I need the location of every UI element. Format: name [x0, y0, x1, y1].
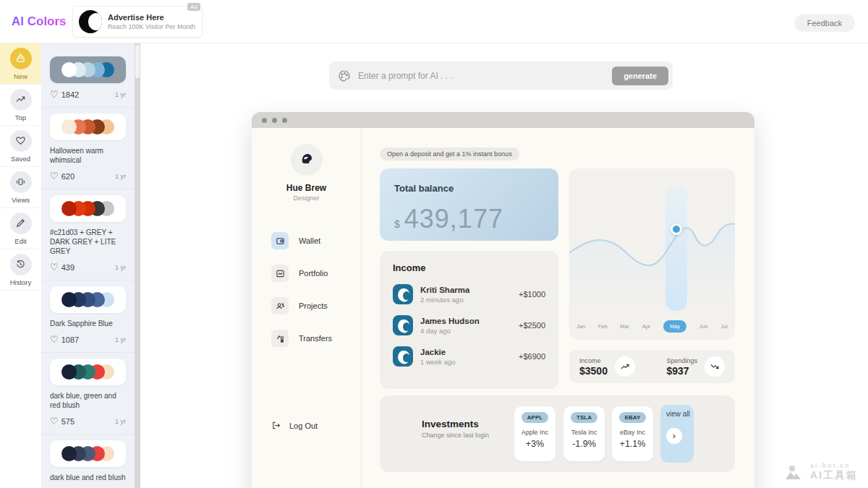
rail-item-new[interactable]: New [0, 43, 41, 85]
transaction-name: Kriti Sharma [420, 286, 519, 294]
income-stat: Income $3500 [579, 356, 652, 377]
rail-label: Top [15, 114, 26, 121]
color-dot [61, 446, 77, 461]
month-label: Mar [620, 323, 629, 330]
stock-card-tsla[interactable]: TSLA Tesla Inc -1.9% [563, 406, 605, 461]
ad-subtitle: Reach 100K Visitor Per Month for $350 [108, 23, 196, 30]
wallet-icon [271, 232, 289, 249]
palette-swatch-card[interactable] [50, 195, 126, 222]
trend-down-icon [705, 356, 725, 377]
palette-item[interactable]: #c21d03 + GREY + DARK GREY + LITE GREY ♡… [41, 189, 135, 280]
generate-button[interactable]: generate [612, 67, 668, 85]
logout-icon [271, 421, 281, 430]
month-label: Feb [598, 323, 608, 330]
chart-marker-dot[interactable] [671, 223, 682, 235]
mock-nav-projects[interactable]: Projects [252, 297, 361, 314]
window-dot-icon[interactable] [272, 118, 277, 123]
transaction-time: 4 day ago [420, 327, 519, 335]
watermark: ai-bot.cn AI工具箱 [784, 462, 858, 482]
mock-sidebar: Hue Brew Designer Wallet [252, 128, 362, 488]
palette-name: #c21d03 + GREY + DARK GREY + LITE GREY [50, 228, 126, 256]
app-logo[interactable]: AI Colors [12, 14, 67, 29]
palette-item[interactable]: dark blue, green and red blush ♡575 1 yr [41, 352, 135, 434]
watermark-logo-icon [784, 463, 806, 481]
feedback-button[interactable]: Feedback [794, 14, 855, 32]
palette-swatch-card[interactable] [50, 56, 126, 83]
stock-change: +3% [526, 439, 544, 449]
rail-item-history[interactable]: History [0, 249, 41, 291]
chevron-right-icon: › [673, 430, 676, 441]
palette-swatch-card[interactable] [50, 440, 126, 467]
palette-item[interactable]: Halloween warm whimsical ♡620 1 yr [41, 107, 135, 189]
trending-up-icon [10, 89, 32, 111]
like-heart-icon[interactable]: ♡ [50, 89, 59, 100]
month-label-selected[interactable]: May [663, 320, 686, 333]
like-heart-icon[interactable]: ♡ [50, 171, 59, 181]
window-dot-icon[interactable] [282, 118, 287, 123]
profile-name: Hue Brew [252, 183, 361, 193]
cake-icon [10, 48, 32, 69]
rail-label: New [14, 72, 27, 80]
mock-nav-transfers[interactable]: Transfers [252, 330, 361, 347]
mock-nav-portfolio[interactable]: Portfolio [252, 265, 361, 282]
month-label: Jan [576, 323, 585, 330]
mock-nav-label: Wallet [299, 236, 320, 245]
ad-title: Advertise Here [108, 13, 196, 22]
history-icon [10, 254, 32, 275]
rail-item-edit[interactable]: Edit [0, 208, 41, 249]
mock-nav-wallet[interactable]: Wallet [252, 232, 361, 249]
rail-label: Edit [14, 237, 26, 245]
transaction-row[interactable]: Jackie 1 week ago +$6900 [393, 346, 545, 367]
logout-label: Log Out [289, 421, 318, 430]
balance-amount: 439,177 [404, 204, 503, 234]
investments-title: Investments [422, 419, 523, 429]
prompt-input[interactable] [358, 71, 612, 81]
palette-swatch-card[interactable] [50, 359, 126, 385]
transaction-row[interactable]: Kriti Sharma 2 minutes ago +$1000 [393, 284, 545, 304]
view-all-button[interactable]: view all › [660, 405, 694, 463]
rail-item-saved[interactable]: Saved [0, 126, 41, 167]
watermark-site: ai-bot.cn [810, 462, 858, 469]
stock-card-ebay[interactable]: EBAY eBay Inc +1.1% [612, 406, 653, 461]
mock-nav-label: Transfers [299, 334, 332, 343]
rail-item-views[interactable]: Views [0, 167, 41, 208]
color-dot [61, 292, 77, 307]
stock-name: eBay Inc [620, 429, 645, 436]
like-heart-icon[interactable]: ♡ [50, 334, 59, 345]
rail-item-top[interactable]: Top [0, 85, 41, 126]
ad-banner[interactable]: Advertise Here Reach 100K Visitor Per Mo… [72, 6, 203, 38]
nav-rail: New Top Saved [0, 43, 41, 488]
palette-swatch-card[interactable] [50, 286, 126, 313]
logout-button[interactable]: Log Out [271, 421, 318, 430]
heart-icon [10, 130, 32, 152]
transaction-name: James Hudson [420, 317, 519, 325]
stock-name: Apple Inc [522, 429, 549, 436]
ad-badge: Ad [187, 3, 200, 11]
stock-card-appl[interactable]: APPL Apple Inc +3% [514, 406, 556, 461]
palette-item[interactable]: ♡1842 1 yr [41, 51, 135, 107]
transaction-row[interactable]: James Hudson 4 day ago +$2500 [393, 315, 545, 335]
spendings-stat: Spendings $937 [652, 356, 726, 377]
like-count: 1087 [61, 335, 79, 344]
like-heart-icon[interactable]: ♡ [50, 262, 59, 273]
avatar [291, 144, 323, 176]
projects-people-icon [271, 297, 289, 314]
transaction-time: 2 minutes ago [420, 296, 519, 304]
investments-card: Investments Change since last login APPL… [380, 395, 735, 472]
palette-age: 1 yr [115, 264, 126, 271]
palette-scrollbar[interactable] [135, 43, 140, 488]
palette-item[interactable]: dark blue and red blush ♡375 1 yr [41, 434, 135, 488]
window-dot-icon[interactable] [262, 118, 267, 123]
rail-label: History [10, 278, 32, 286]
dashboard-preview-window: Hue Brew Designer Wallet [252, 112, 754, 488]
like-heart-icon[interactable]: ♡ [50, 416, 59, 427]
trend-up-icon [615, 356, 635, 377]
ai-prompt-bar: generate [329, 61, 673, 90]
transaction-amount: +$2500 [519, 321, 545, 330]
palette-item[interactable]: Dark Sapphire Blue ♡1087 1 yr [41, 280, 135, 352]
scrollbar-thumb[interactable] [135, 45, 140, 78]
balance-title: Total balance [394, 183, 544, 194]
income-title: Income [393, 262, 545, 273]
mock-nav-label: Projects [299, 301, 328, 310]
palette-swatch-card[interactable] [50, 114, 126, 140]
